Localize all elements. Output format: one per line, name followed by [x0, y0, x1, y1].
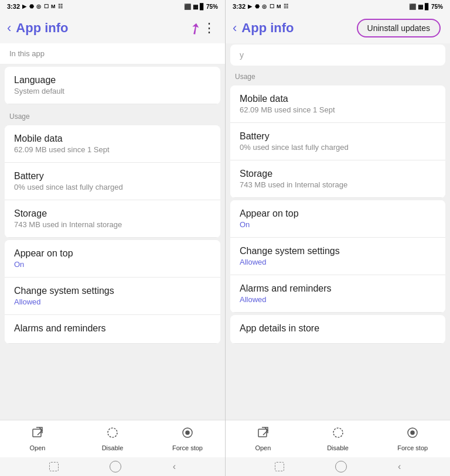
storage-subtitle-left: 743 MB used in Internal storage — [14, 220, 211, 229]
battery-title-right: Battery — [240, 131, 436, 142]
appear-on-top-title-right: Appear on top — [240, 208, 436, 219]
disable-icon-left — [106, 426, 119, 442]
disable-icon-right — [332, 426, 345, 442]
content-area-right: y Usage Mobile data 62.09 MB used since … — [226, 43, 450, 420]
open-label-right: Open — [255, 444, 271, 451]
status-time-right: 3:32 ▶ ⬣ ◎ ☐ M ☷ — [233, 3, 289, 10]
bottom-nav-left: Open Disable Force stop — [0, 420, 225, 457]
language-title: Language — [14, 75, 211, 85]
alarms-left[interactable]: Alarms and reminders — [5, 315, 220, 344]
header-left-section: ‹ App info — [5, 18, 69, 38]
recent-button-right[interactable] — [275, 462, 284, 471]
left-phone-panel: 3:32 ▶ ⬣ ◎ ☐ M ☷ ⬛ ▦ ▊ 75% ‹ App info ➚ … — [0, 0, 225, 476]
change-system-subtitle-left: Allowed — [14, 297, 211, 306]
alarms-right[interactable]: Alarms and reminders Allowed — [230, 275, 445, 313]
open-button-left[interactable]: Open — [0, 426, 75, 451]
status-icons-right: ▶ ⬣ ◎ ☐ M ☷ — [248, 4, 289, 9]
mobile-data-item-left[interactable]: Mobile data 62.09 MB used since 1 Sept — [5, 125, 220, 163]
app-details-item-right[interactable]: App details in store — [230, 315, 445, 344]
open-button-right[interactable]: Open — [226, 426, 301, 451]
in-app-section: In this app — [0, 43, 225, 64]
mobile-data-subtitle-left: 62.09 MB used since 1 Sept — [14, 145, 211, 154]
header-right-section-right: Uninstall updates — [357, 19, 441, 37]
battery-icon-right: ⬛ ▦ ▊ — [409, 4, 429, 10]
appear-on-top-subtitle-right: On — [240, 220, 436, 229]
change-system-subtitle-right: Allowed — [240, 258, 436, 266]
home-indicator-right: ‹ — [226, 457, 450, 476]
recent-button-left[interactable] — [49, 462, 59, 471]
time-right: 3:32 — [233, 3, 246, 10]
content-area-left: In this app Language System default Usag… — [0, 43, 225, 420]
uninstall-updates-button[interactable]: Uninstall updates — [357, 19, 441, 37]
home-indicator-left: ‹ — [0, 457, 225, 476]
header-right-section: ➚ ⋮ — [189, 19, 216, 37]
back-button-right[interactable]: ‹ — [230, 18, 239, 38]
open-icon-left — [31, 426, 44, 442]
usage-label-right: Usage — [235, 73, 255, 81]
appear-on-top-left[interactable]: Appear on top On — [5, 240, 220, 278]
appear-on-top-right[interactable]: Appear on top On — [230, 200, 445, 238]
svg-point-5 — [333, 428, 343, 437]
open-label-left: Open — [30, 444, 46, 451]
storage-title-left: Storage — [14, 208, 211, 219]
force-stop-button-right[interactable]: Force stop — [375, 426, 450, 451]
storage-title-right: Storage — [240, 169, 436, 179]
status-right-left: ⬛ ▦ ▊ 75% — [184, 4, 218, 10]
svg-point-1 — [108, 428, 117, 437]
status-icons-left: ▶ ⬣ ◎ ☐ M ☷ — [22, 4, 63, 9]
change-system-settings-right[interactable]: Change system settings Allowed — [230, 238, 445, 275]
battery-title-left: Battery — [14, 171, 211, 182]
battery-subtitle-left: 0% used since last fully charged — [14, 183, 211, 191]
back-hw-button-left[interactable]: ‹ — [173, 461, 176, 472]
status-time-left: 3:32 ▶ ⬣ ◎ ☐ M ☷ — [7, 3, 63, 10]
disable-label-left: Disable — [102, 444, 124, 451]
battery-item-left[interactable]: Battery 0% used since last fully charged — [5, 163, 220, 200]
page-title-right: App info — [241, 20, 294, 36]
extra-group-right: Appear on top On Change system settings … — [230, 200, 445, 313]
change-system-title-left: Change system settings — [14, 286, 211, 296]
alarms-title-left: Alarms and reminders — [14, 323, 211, 334]
change-system-settings-left[interactable]: Change system settings Allowed — [5, 278, 220, 315]
partial-text-right: y — [240, 50, 244, 60]
more-menu-button-left[interactable]: ⋮ — [203, 20, 216, 36]
disable-button-right[interactable]: Disable — [301, 426, 376, 451]
mobile-data-title-left: Mobile data — [14, 133, 211, 144]
language-subtitle: System default — [14, 87, 211, 95]
mobile-data-subtitle-right: 62.09 MB used since 1 Sept — [240, 105, 436, 114]
header-left-section-right: ‹ App info — [230, 18, 294, 38]
force-stop-icon-right — [406, 426, 419, 442]
mobile-data-item-right[interactable]: Mobile data 62.09 MB used since 1 Sept — [230, 85, 445, 123]
back-button-left[interactable]: ‹ — [5, 18, 13, 38]
right-phone-panel: 3:32 ▶ ⬣ ◎ ☐ M ☷ ⬛ ▦ ▊ 75% ‹ App info Un… — [225, 0, 450, 476]
battery-subtitle-right: 0% used since last fully charged — [240, 143, 436, 152]
status-right-right: ⬛ ▦ ▊ 75% — [409, 4, 443, 10]
usage-section-header-right: Usage — [226, 67, 450, 83]
storage-subtitle-right: 743 MB used in Internal storage — [240, 180, 436, 189]
back-hw-button-right[interactable]: ‹ — [398, 461, 401, 472]
disable-label-right: Disable — [327, 444, 349, 451]
app-details-group-right: App details in store — [230, 315, 445, 344]
appear-on-top-title-left: Appear on top — [14, 248, 211, 259]
battery-item-right[interactable]: Battery 0% used since last fully charged — [230, 123, 445, 160]
alarms-subtitle-right: Allowed — [240, 295, 436, 304]
language-group: Language System default — [5, 67, 220, 104]
force-stop-label-right: Force stop — [397, 444, 428, 451]
disable-button-left[interactable]: Disable — [75, 426, 150, 451]
battery-left: 75% — [206, 4, 218, 10]
storage-item-right[interactable]: Storage 743 MB used in Internal storage — [230, 160, 445, 198]
svg-point-3 — [186, 431, 189, 434]
appear-on-top-subtitle-left: On — [14, 260, 211, 269]
force-stop-label-left: Force stop — [172, 444, 203, 451]
language-item[interactable]: Language System default — [5, 67, 220, 104]
extra-group-left: Appear on top On Change system settings … — [5, 240, 220, 344]
status-bar-right: 3:32 ▶ ⬣ ◎ ☐ M ☷ ⬛ ▦ ▊ 75% — [226, 0, 450, 13]
storage-item-left[interactable]: Storage 743 MB used in Internal storage — [5, 200, 220, 238]
force-stop-button-left[interactable]: Force stop — [150, 426, 225, 451]
usage-group-right: Mobile data 62.09 MB used since 1 Sept B… — [230, 85, 445, 198]
partial-top-right: y — [230, 44, 445, 66]
battery-right: 75% — [431, 4, 443, 10]
home-button-right[interactable] — [335, 461, 347, 472]
home-button-left[interactable] — [110, 461, 121, 472]
app-header-left: ‹ App info ➚ ⋮ — [0, 13, 225, 43]
usage-group-left: Mobile data 62.09 MB used since 1 Sept B… — [5, 125, 220, 238]
